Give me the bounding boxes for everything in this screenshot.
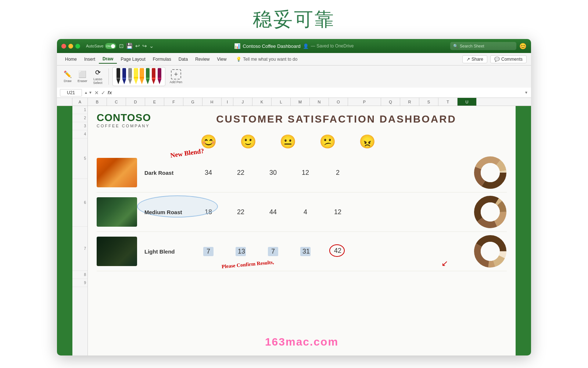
autosave-state: ON: [106, 45, 111, 48]
add-pen-group[interactable]: + Add Pen: [167, 68, 186, 85]
col-C[interactable]: C: [107, 98, 126, 106]
score-mr-3: 44: [268, 208, 278, 216]
col-J[interactable]: J: [233, 98, 252, 106]
eraser-tool[interactable]: ⬜ Eraser: [75, 69, 90, 84]
maximize-button[interactable]: [75, 44, 80, 49]
svg-rect-14: [140, 77, 144, 78]
row-5: 5: [72, 138, 87, 179]
pen-grey[interactable]: [128, 68, 133, 84]
dark-roast-scores: 34 22 30 12 2: [203, 169, 466, 177]
col-S[interactable]: S: [419, 98, 438, 106]
tab-insert[interactable]: Insert: [80, 55, 99, 63]
emoji-unhappy: 😕: [319, 134, 336, 149]
close-button[interactable]: [61, 44, 66, 49]
tab-formulas[interactable]: Formulas: [149, 55, 175, 63]
medium-roast-row: Medium Roast 18 22 44 4 12: [97, 192, 507, 232]
score-mr-4: 4: [300, 208, 311, 216]
col-U[interactable]: U: [458, 98, 477, 106]
col-Q[interactable]: Q: [381, 98, 400, 106]
score-dr-4: 12: [300, 169, 311, 177]
excel-window: AutoSave ON ⊡ 💾 ↩ ↪ ⌄ 📊 Contoso Coffee D…: [57, 39, 531, 355]
undo-icon[interactable]: ↩: [135, 43, 140, 49]
lasso-label: Lasso Select: [93, 77, 103, 85]
col-B[interactable]: B: [88, 98, 107, 106]
cancel-formula-icon[interactable]: ✕: [94, 90, 99, 96]
col-K[interactable]: K: [252, 98, 272, 106]
right-panel: [516, 106, 531, 355]
lightbulb-icon: 💡: [236, 57, 241, 62]
svg-point-29: [481, 163, 500, 182]
autosave-label: AutoSave: [86, 44, 104, 48]
draw-tool[interactable]: ✏️ Draw: [61, 69, 74, 84]
col-F[interactable]: F: [164, 98, 183, 106]
col-N[interactable]: N: [310, 98, 329, 106]
tab-review[interactable]: Review: [191, 55, 213, 63]
row-3: 3: [72, 122, 87, 130]
svg-marker-16: [146, 79, 150, 84]
row-6: 6: [72, 179, 87, 227]
svg-rect-18: [152, 68, 155, 79]
formula-input[interactable]: [114, 90, 522, 95]
score-dr-5: 2: [333, 169, 343, 177]
pen-green[interactable]: [145, 68, 150, 84]
confirm-formula-icon[interactable]: ✓: [101, 90, 105, 96]
col-M[interactable]: M: [291, 98, 310, 106]
col-T[interactable]: T: [438, 98, 458, 106]
pen-yellow[interactable]: [133, 68, 139, 84]
col-E[interactable]: E: [145, 98, 164, 106]
svg-point-42: [481, 242, 500, 261]
col-G[interactable]: G: [183, 98, 202, 106]
row-8: 8: [72, 271, 87, 279]
title-bar: AutoSave ON ⊡ 💾 ↩ ↪ ⌄ 📊 Contoso Coffee D…: [57, 39, 531, 53]
title-bar-right: 🔍 Search Sheet 😊: [357, 42, 527, 50]
pen-dark-blue[interactable]: [122, 68, 127, 84]
add-pen-label: Add Pen: [170, 80, 183, 84]
redo-icon[interactable]: ↪: [142, 43, 147, 49]
formula-bar: U21 ▲ ▼ ✕ ✓ fx ▼: [57, 88, 531, 98]
formula-expand-icon[interactable]: ▼: [524, 91, 528, 95]
lasso-tool[interactable]: ⟳ Lasso Select: [91, 67, 105, 86]
svg-marker-22: [158, 79, 161, 84]
more-icon[interactable]: ⌄: [149, 43, 154, 49]
score-lb-1: 7: [203, 247, 214, 256]
dark-roast-image: [97, 158, 137, 187]
col-L[interactable]: L: [272, 98, 291, 106]
col-D[interactable]: D: [126, 98, 145, 106]
svg-rect-17: [146, 78, 150, 79]
save-icon[interactable]: 💾: [126, 43, 133, 49]
emoji-neutral: 😐: [279, 134, 297, 149]
tab-page-layout[interactable]: Page Layout: [117, 55, 149, 63]
svg-rect-0: [116, 68, 120, 79]
emoji-angry: 😠: [358, 134, 376, 149]
cell-reference[interactable]: U21: [60, 89, 82, 96]
draw-pen-icon: ✏️: [64, 70, 72, 78]
tab-view[interactable]: View: [214, 55, 230, 63]
company-sub: COFFEE COMPANY: [97, 124, 151, 128]
tell-me-text[interactable]: Tell me what you want to do: [243, 57, 297, 62]
col-H[interactable]: H: [202, 98, 222, 106]
tab-home[interactable]: Home: [61, 55, 80, 63]
autosave-toggle[interactable]: ON: [105, 43, 116, 49]
menu-right: ↗ Share 💬 Comments: [462, 55, 527, 63]
pen-dark-red[interactable]: [157, 68, 162, 84]
minimize-button[interactable]: [68, 44, 73, 49]
svg-rect-23: [158, 78, 161, 79]
search-box[interactable]: 🔍 Search Sheet: [450, 42, 516, 50]
pen-red[interactable]: [151, 68, 156, 84]
col-R[interactable]: R: [400, 98, 419, 106]
comments-button[interactable]: 💬 Comments: [490, 55, 527, 63]
score-dr-1: 34: [203, 169, 214, 177]
svg-marker-19: [152, 79, 155, 84]
title-center: 📊 Contoso Coffee Dashboard 👤 — Saved to …: [234, 43, 354, 49]
col-O[interactable]: O: [329, 98, 348, 106]
tab-data[interactable]: Data: [175, 55, 191, 63]
column-headers: A B C D E F G H I J K L M N O P Q R S T …: [57, 98, 531, 106]
col-P[interactable]: P: [348, 98, 381, 106]
col-A[interactable]: A: [72, 98, 88, 106]
tab-draw[interactable]: Draw: [99, 55, 117, 64]
search-placeholder: Search Sheet: [460, 44, 484, 48]
pen-black[interactable]: [116, 68, 121, 84]
share-button[interactable]: ↗ Share: [462, 55, 487, 63]
pen-yellow-orange[interactable]: [139, 68, 144, 84]
col-I[interactable]: I: [222, 98, 233, 106]
